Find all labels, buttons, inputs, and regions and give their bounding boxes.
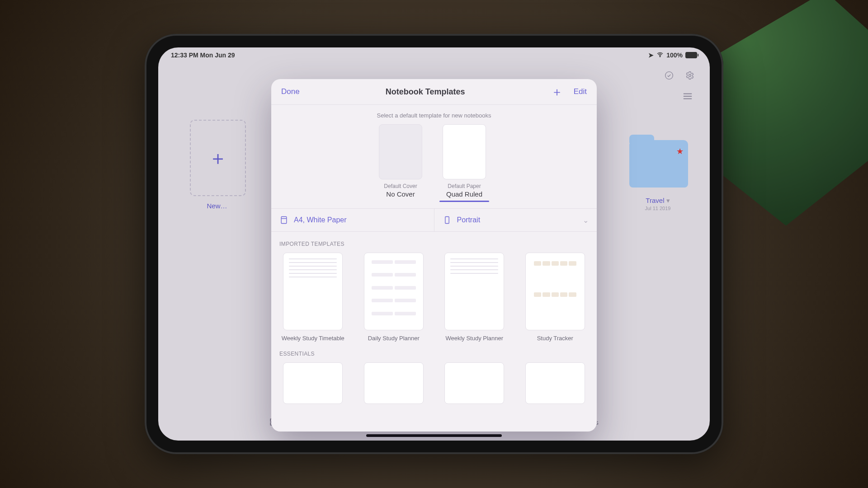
default-template-row: Default Cover No Cover Default Paper Qua… xyxy=(271,124,597,202)
template-thumb xyxy=(444,362,504,404)
essentials-templates-row xyxy=(271,362,597,404)
svg-point-1 xyxy=(665,72,673,80)
gear-icon[interactable] xyxy=(685,71,694,82)
template-label: Study Tracker xyxy=(537,335,573,342)
template-item[interactable] xyxy=(360,362,428,404)
done-button[interactable]: Done xyxy=(281,87,300,96)
paper-size-label: A4, White Paper xyxy=(294,216,347,224)
plus-icon: ＋ xyxy=(208,145,227,171)
ipad-screen: 12:33 PM Mon Jun 29 ➤ 100% xyxy=(158,47,710,441)
star-icon: ★ xyxy=(676,146,684,156)
template-thumb xyxy=(364,362,424,404)
template-thumb xyxy=(525,362,585,404)
default-cover-thumb xyxy=(379,124,422,179)
default-paper-option[interactable]: Default Paper Quad Ruled xyxy=(439,124,489,202)
default-cover-option[interactable]: Default Cover No Cover xyxy=(379,124,422,202)
view-options-icon[interactable] xyxy=(683,93,693,102)
new-notebook-tile[interactable]: ＋ xyxy=(190,120,246,196)
imported-templates-row: Weekly Study Timetable Daily Study Plann… xyxy=(271,253,597,342)
svg-rect-12 xyxy=(281,217,287,224)
template-item[interactable]: Study Tracker xyxy=(522,253,589,342)
template-thumb xyxy=(525,253,585,330)
modal-title: Notebook Templates xyxy=(386,87,465,97)
template-item[interactable] xyxy=(522,362,589,404)
svg-point-2 xyxy=(689,75,691,77)
template-label: Weekly Study Timetable xyxy=(282,335,344,342)
template-item[interactable] xyxy=(279,362,347,404)
default-paper-top-label: Default Paper xyxy=(448,183,481,189)
edit-button[interactable]: Edit xyxy=(574,87,587,96)
imported-section-title: IMPORTED TEMPLATES xyxy=(279,241,597,247)
template-thumb xyxy=(283,362,343,404)
template-label: Daily Study Planner xyxy=(368,335,420,342)
template-item[interactable]: Weekly Study Planner xyxy=(441,253,508,342)
default-cover-top-label: Default Cover xyxy=(384,183,417,189)
ipad-frame: 12:33 PM Mon Jun 29 ➤ 100% xyxy=(145,34,723,454)
modal-subtitle: Select a default template for new notebo… xyxy=(271,112,597,119)
paper-size-selector[interactable]: A4, White Paper xyxy=(271,209,434,231)
svg-rect-14 xyxy=(445,217,448,224)
orientation-selector[interactable]: Portrait ⌄ xyxy=(434,209,597,231)
template-item[interactable]: Weekly Study Timetable xyxy=(279,253,347,342)
chevron-down-icon: ⌄ xyxy=(583,216,589,225)
templates-modal: Done Notebook Templates ＋ Edit Select a … xyxy=(271,79,597,432)
selected-indicator xyxy=(439,201,489,202)
orientation-label: Portrait xyxy=(457,216,481,224)
template-thumb xyxy=(364,253,424,330)
template-label: Weekly Study Planner xyxy=(445,335,503,342)
check-circle-icon[interactable] xyxy=(665,71,674,82)
home-indicator[interactable] xyxy=(366,434,502,437)
default-cover-bottom-label: No Cover xyxy=(386,190,415,198)
new-notebook-label: New… xyxy=(190,202,244,210)
template-item[interactable] xyxy=(441,362,508,404)
add-template-button[interactable]: ＋ xyxy=(551,86,563,98)
essentials-section-title: ESSENTIALS xyxy=(279,351,597,357)
default-paper-thumb xyxy=(443,124,486,179)
default-paper-bottom-label: Quad Ruled xyxy=(446,190,482,198)
template-options-toolbar: A4, White Paper Portrait ⌄ xyxy=(271,208,597,232)
modal-header: Done Notebook Templates ＋ Edit xyxy=(271,79,597,105)
template-thumb xyxy=(444,253,504,330)
template-item[interactable]: Daily Study Planner xyxy=(360,253,428,342)
folder-date: Jul 11 2019 xyxy=(619,206,696,211)
template-thumb xyxy=(283,253,343,330)
app-top-icons xyxy=(665,71,694,82)
folder-name: Travel ▾ xyxy=(619,197,696,205)
travel-folder[interactable]: ★ xyxy=(629,140,688,188)
